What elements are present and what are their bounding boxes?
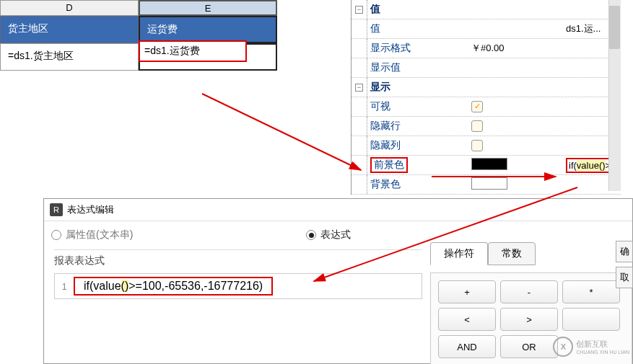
- tab-constants[interactable]: 常数: [488, 242, 536, 265]
- property-panel: − 值 值 ds1.运... 显示格式 ￥#0.00 显示值 − 显示 可视 隐…: [351, 0, 621, 195]
- svg-line-0: [202, 94, 361, 170]
- scrollbar[interactable]: [608, 0, 621, 191]
- prop-dispval-label: 显示值: [367, 61, 468, 74]
- btn-star[interactable]: *: [562, 280, 620, 303]
- take-button[interactable]: 取: [616, 267, 633, 288]
- line-number: 1: [55, 281, 74, 292]
- cell-freight-highlight: =ds1.运货费: [139, 40, 247, 62]
- dialog-title: 表达式编辑: [67, 203, 114, 216]
- btn-or[interactable]: OR: [500, 335, 558, 358]
- hiderow-checkbox[interactable]: [471, 120, 483, 132]
- fgcolor-expression[interactable]: if(value()>: [566, 158, 614, 173]
- tab-operators[interactable]: 操作符: [430, 242, 488, 265]
- col-header-e[interactable]: E: [139, 0, 277, 16]
- watermark: X 创新互联 CHUANG XIN HU LIAN: [553, 337, 629, 357]
- bgcolor-swatch[interactable]: [471, 177, 507, 190]
- cell-region-formula[interactable]: =ds1.货主地区: [0, 43, 139, 71]
- table-header-freight[interactable]: 运货费: [139, 16, 277, 43]
- hidecol-checkbox[interactable]: [471, 140, 483, 151]
- tree-collapse-icon[interactable]: −: [355, 84, 363, 92]
- radio-literal[interactable]: 属性值(文本串): [51, 228, 133, 241]
- expression-editor-dialog: R 表达式编辑 属性值(文本串) 表达式 报表表达式 1 if(value()>…: [43, 198, 633, 364]
- btn-plus[interactable]: +: [438, 280, 496, 303]
- ok-button[interactable]: 确: [616, 241, 633, 262]
- prop-value-label: 值: [367, 22, 468, 35]
- btn-gt[interactable]: >: [500, 308, 558, 331]
- prop-visible-label: 可视: [367, 100, 468, 113]
- prop-bgcolor-label: 背景色: [367, 178, 468, 191]
- prop-fgcolor-label: 前景色: [367, 157, 468, 173]
- prop-hiderow-label: 隐藏行: [367, 120, 468, 133]
- prop-hidecol-label: 隐藏列: [367, 139, 468, 152]
- prop-group-display: 显示: [367, 81, 468, 94]
- radio-expression[interactable]: 表达式: [306, 228, 351, 241]
- btn-and[interactable]: AND: [438, 335, 496, 358]
- dialog-icon: R: [50, 203, 63, 216]
- btn-blank[interactable]: [562, 308, 620, 331]
- table-header-region[interactable]: 货主地区: [0, 16, 139, 43]
- btn-lt[interactable]: <: [438, 308, 496, 331]
- fgcolor-swatch[interactable]: [471, 158, 507, 170]
- visible-checkbox[interactable]: [471, 101, 483, 112]
- col-header-d[interactable]: D: [0, 0, 139, 16]
- expression-code[interactable]: if(value()>=100,-65536,-16777216): [79, 278, 267, 293]
- prop-group-value: 值: [367, 3, 468, 16]
- prop-format-value[interactable]: ￥#0.00: [468, 40, 563, 56]
- prop-format-label: 显示格式: [367, 42, 468, 55]
- tree-collapse-icon[interactable]: −: [355, 6, 363, 14]
- btn-minus[interactable]: -: [500, 280, 558, 303]
- expr-section-label: 报表表达式: [54, 254, 422, 267]
- cell-freight-formula[interactable]: =ds1.运货费: [139, 43, 277, 71]
